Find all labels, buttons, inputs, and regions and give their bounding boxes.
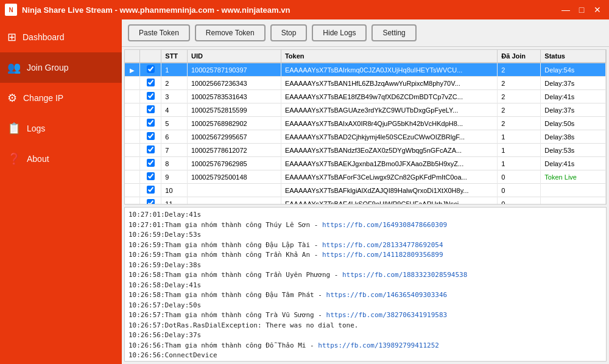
token-table: STT UID Token Đã Join Status ▶1100025787…: [125, 50, 606, 205]
row-checkbox[interactable]: [147, 159, 155, 167]
row-token: EAAAAAYsX7TsBAIxAX0IR8r4QjuPG5bKh42bVcHK…: [281, 117, 497, 130]
row-token: EAAAAAYsX7TsBAE4LkSQF9oHIWR9C5UFaARHrbJN…: [281, 197, 497, 205]
row-checkbox-cell[interactable]: [139, 157, 161, 170]
row-da-join: 0: [498, 184, 541, 197]
row-arrow-cell: [125, 117, 139, 130]
table-row[interactable]: 8100025767962985EAAAAAYsX7TsBAEKJgxnba1Z…: [125, 157, 606, 170]
row-checkbox-cell[interactable]: [139, 144, 161, 157]
row-checkbox[interactable]: [147, 186, 155, 194]
row-checkbox[interactable]: [147, 132, 155, 140]
stop-button[interactable]: Stop: [270, 24, 308, 41]
row-arrow-cell: [125, 103, 139, 117]
row-checkbox-cell[interactable]: [139, 184, 161, 197]
content-area: Paste Token Remove Token Stop Hide Logs …: [122, 19, 609, 364]
row-uid: [187, 197, 281, 205]
table-row[interactable]: 3100025783531643EAAAAAYsX7TsBAE18fZB49w7…: [125, 90, 606, 103]
row-checkbox[interactable]: [147, 105, 155, 113]
paste-token-button[interactable]: Paste Token: [128, 24, 190, 41]
row-checkbox-cell[interactable]: [139, 117, 161, 130]
row-token: EAAAAAYsX7TsBAForF3CeLiwgx9ZCn82GpKFdPmI…: [281, 170, 497, 184]
log-line: 10:27:01:Tham gia nhóm thành công Thúy L…: [128, 220, 602, 231]
table-row[interactable]: 10EAAAAAYsX7TsBAFklgiAlXdZAJQI89HalwQrxo…: [125, 184, 606, 197]
row-status: Delay:41s: [541, 90, 606, 103]
row-checkbox-cell[interactable]: [139, 130, 161, 144]
sidebar-item-dashboard[interactable]: ⊞ Dashboard: [0, 22, 122, 52]
sidebar: ⊞ Dashboard 👥 Join Group ⚙ Change IP 📋 L…: [0, 19, 122, 364]
hide-logs-button[interactable]: Hide Logs: [312, 24, 367, 41]
table-row[interactable]: 4100025752815599EAAAAAYsX7TsBAGUAze3rdYk…: [125, 103, 606, 117]
log-link[interactable]: https://fb.com/1398927994112​52: [318, 341, 439, 349]
table-row[interactable]: 5100025768982902EAAAAAYsX7TsBAIxAX0IR8r4…: [125, 117, 606, 130]
table-row[interactable]: 9100025792500148EAAAAAYsX7TsBAForF3CeLiw…: [125, 170, 606, 184]
row-checkbox[interactable]: [147, 79, 155, 86]
log-area[interactable]: 10:27:01:Delay:41s10:27:01:Tham gia nhóm…: [124, 207, 607, 362]
row-checkbox-cell[interactable]: [139, 103, 161, 117]
row-status: [541, 184, 606, 197]
row-checkbox-cell[interactable]: [139, 63, 161, 77]
row-checkbox[interactable]: [147, 119, 155, 127]
row-checkbox-cell[interactable]: [139, 77, 161, 90]
table-row[interactable]: 7100025778612072EAAAAAYsX7TsBANdzf3EoZAX…: [125, 144, 606, 157]
row-da-join: 2: [498, 63, 541, 77]
sidebar-item-join-group[interactable]: 👥 Join Group: [0, 52, 122, 83]
row-checkbox-cell[interactable]: [139, 90, 161, 103]
row-stt: 3: [161, 90, 188, 103]
row-arrow-cell: [125, 157, 139, 170]
minimize-button[interactable]: —: [559, 3, 572, 16]
log-line: 10:26:56:Delay:37s: [128, 331, 602, 341]
close-button[interactable]: ✕: [591, 3, 604, 16]
row-checkbox[interactable]: [147, 172, 155, 180]
row-da-join: 2: [498, 117, 541, 130]
row-checkbox[interactable]: [147, 65, 155, 73]
row-token: EAAAAAYsX7TsBAD2Cjhkjymj4le50SCEzuCWwOIZ…: [281, 130, 497, 144]
row-token: EAAAAAYsX7TsBAEKJgxnba1ZBmo0JFXAaoZBb5H9…: [281, 157, 497, 170]
row-uid: [187, 184, 281, 197]
table-header-row: STT UID Token Đã Join Status: [125, 50, 606, 63]
about-icon: ❓: [7, 152, 21, 166]
log-link[interactable]: https://fb.com/1463654093033​46: [326, 291, 448, 299]
maximize-button[interactable]: □: [575, 3, 588, 16]
col-arrow: [125, 50, 139, 63]
sidebar-item-change-ip[interactable]: ⚙ Change IP: [0, 83, 122, 113]
row-da-join: 1: [498, 157, 541, 170]
log-line: 10:27:01:Delay:41s: [128, 210, 602, 220]
log-link[interactable]: https://fb.com/3827063419195​83: [326, 311, 448, 319]
row-uid: 100025672995657: [187, 130, 281, 144]
toolbar: Paste Token Remove Token Stop Hide Logs …: [122, 19, 609, 47]
setting-button[interactable]: Setting: [371, 24, 416, 41]
row-checkbox[interactable]: [147, 199, 155, 205]
row-uid: 100025787190397: [187, 63, 281, 77]
col-checkbox: [139, 50, 161, 63]
log-line: 10:26:59:Tham gia nhóm thành công Trần K…: [128, 250, 602, 261]
table-row[interactable]: 11EAAAAAYsX7TsBAE4LkSQF9oHIWR9C5UFaARHrb…: [125, 197, 606, 205]
log-link[interactable]: https://fb.com/2813347786920​54: [322, 241, 443, 249]
sidebar-item-about[interactable]: ❓ About: [0, 144, 122, 174]
log-link[interactable]: https://fb.com/1649308478660309: [322, 221, 447, 229]
table-row[interactable]: ▶1100025787190397EAAAAAYsX7TsBAIrkmq0CJZ…: [125, 63, 606, 77]
row-stt: 1: [161, 63, 188, 77]
table-body: ▶1100025787190397EAAAAAYsX7TsBAIrkmq0CJZ…: [125, 63, 606, 205]
row-arrow-cell: ▶: [125, 63, 139, 77]
col-da-join: Đã Join: [498, 50, 541, 63]
table-row[interactable]: 2100025667236343EAAAAAYsX7TsBAN1HfL6ZBJz…: [125, 77, 606, 90]
row-da-join: 2: [498, 90, 541, 103]
row-checkbox-cell[interactable]: [139, 197, 161, 205]
row-checkbox-cell[interactable]: [139, 170, 161, 184]
row-checkbox[interactable]: [147, 92, 155, 100]
row-token: EAAAAAYsX7TsBAGUAze3rdYkZC9WUTbDxgGpFyeL…: [281, 103, 497, 117]
row-da-join: 1: [498, 130, 541, 144]
row-da-join: 2: [498, 103, 541, 117]
sidebar-item-logs[interactable]: 📋 Logs: [0, 113, 122, 144]
row-checkbox[interactable]: [147, 145, 155, 153]
row-arrow-cell: [125, 197, 139, 205]
row-da-join: 0: [498, 197, 541, 205]
row-arrow-cell: [125, 184, 139, 197]
table-row[interactable]: 6100025672995657EAAAAAYsX7TsBAD2Cjhkjymj…: [125, 130, 606, 144]
row-arrow-cell: [125, 144, 139, 157]
log-link[interactable]: https://fb.com/1411828093568​99: [322, 251, 443, 259]
log-link[interactable]: https://fb.com/18833230285945​38: [342, 271, 467, 279]
log-line: 10:26:59:Tham gia nhóm thành công Đậu Lậ…: [128, 240, 602, 251]
remove-token-button[interactable]: Remove Token: [195, 24, 266, 41]
log-line: 10:26:58:Tham gia nhóm thành công Đậu Tâ…: [128, 290, 602, 301]
row-uid: 100025767962985: [187, 157, 281, 170]
